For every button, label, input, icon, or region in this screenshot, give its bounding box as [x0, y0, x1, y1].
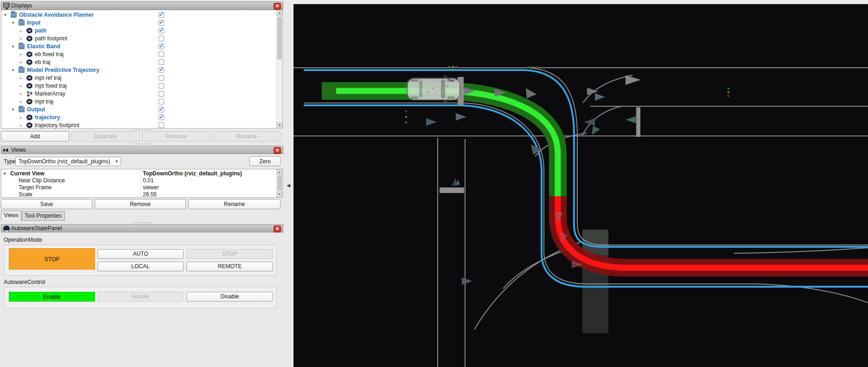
remove-button[interactable]: Remove [142, 131, 210, 142]
scroll-up-icon[interactable]: ▲ [277, 169, 282, 175]
tree-row[interactable]: path footprint [1, 35, 282, 43]
folder-icon [19, 20, 25, 26]
tree-row[interactable]: trajectory footprint [1, 122, 282, 129]
disable-button[interactable]: Disable [186, 292, 273, 302]
display-checkbox[interactable] [159, 99, 164, 104]
splitter-handle[interactable] [132, 143, 152, 145]
view-type-dropdown[interactable]: TopDownOrtho (rviz_default_plugins) [15, 157, 121, 166]
local-button[interactable]: LOCAL [97, 262, 184, 271]
scrollbar-thumb[interactable] [277, 175, 282, 191]
display-checkbox[interactable] [159, 20, 164, 26]
stop-button[interactable]: STOP [186, 249, 273, 259]
tree-row[interactable]: trajectory [1, 114, 282, 122]
chevron-right-icon[interactable] [20, 114, 26, 122]
chevron-down-icon[interactable]: ▾ [4, 170, 6, 177]
chevron-right-icon[interactable] [20, 58, 26, 66]
display-checkbox[interactable] [159, 28, 164, 33]
rename-view-button[interactable]: Rename [188, 199, 281, 209]
display-checkbox[interactable] [159, 44, 164, 49]
property-value: TopDownOrtho (rviz_default_plugins) [143, 170, 242, 177]
chevron-right-icon[interactable] [20, 90, 26, 98]
tree-row[interactable]: Output [1, 106, 282, 114]
tree-scrollbar[interactable]: ▲ ▼ [276, 10, 282, 128]
tree-row[interactable]: mpt ref traj [1, 74, 282, 82]
display-checkbox[interactable] [159, 12, 164, 18]
chevron-right-icon[interactable] [20, 27, 26, 35]
autoware-logo-icon [3, 225, 10, 232]
property-row[interactable]: Near Clip Distance 0.01 [1, 177, 282, 184]
property-row[interactable]: Scale 26.55 [1, 191, 282, 198]
scrollbar-thumb[interactable] [277, 17, 282, 59]
autoware-control-group: Enable Enable Disable [4, 287, 277, 309]
save-view-button[interactable]: Save [1, 199, 92, 209]
zero-button[interactable]: Zero [249, 156, 281, 166]
duplicate-button[interactable]: Duplicate [71, 131, 140, 142]
display-checkbox[interactable] [159, 122, 164, 128]
remove-view-button[interactable]: Remove [95, 199, 186, 209]
chevron-right-icon[interactable] [20, 82, 26, 90]
tree-row[interactable]: MarkerArray [1, 90, 282, 98]
tree-row[interactable]: Elastic Band [1, 43, 282, 51]
tree-row[interactable]: Model Predictive Trajectory [1, 66, 282, 74]
display-checkbox[interactable] [159, 83, 164, 89]
state-panel-titlebar[interactable]: AutowareStatePanel ✕ [1, 224, 283, 232]
close-icon[interactable]: ✕ [274, 3, 281, 10]
display-checkbox[interactable] [159, 115, 164, 120]
tree-item-label: path [35, 27, 46, 35]
property-name: Target Frame [19, 184, 51, 191]
chevron-down-icon[interactable] [4, 11, 10, 19]
rename-button[interactable]: Rename [212, 131, 281, 142]
tab-tool-properties[interactable]: Tool Properties [21, 211, 65, 221]
property-row[interactable]: Target Frame viewer [1, 184, 282, 191]
property-value[interactable]: 0.01 [143, 177, 153, 184]
chevron-down-icon[interactable] [12, 43, 18, 51]
tree-item-label: mpt ref traj [35, 74, 61, 82]
splitter-handle[interactable] [132, 129, 152, 131]
tree-row[interactable]: mpt fixed traj [1, 82, 282, 90]
tree-row[interactable]: mpt traj [1, 98, 282, 106]
property-row[interactable]: ▾ Current View TopDownOrtho (rviz_defaul… [1, 170, 282, 177]
tree-row[interactable]: path [1, 27, 282, 35]
display-checkbox[interactable] [159, 67, 164, 73]
tree-item-label: Output [27, 106, 45, 114]
scroll-up-icon[interactable]: ▲ [277, 10, 282, 16]
chevron-right-icon[interactable] [20, 51, 26, 58]
tree-row[interactable]: Obstacle Avoidance Planner [1, 11, 282, 19]
tree-row[interactable]: Input [1, 19, 282, 27]
tree-row[interactable]: eb fixed traj [1, 51, 282, 58]
add-button[interactable]: Add [1, 131, 69, 142]
displays-panel-title: Displays [11, 2, 32, 9]
chevron-right-icon[interactable] [20, 74, 26, 82]
property-value[interactable]: 26.55 [143, 191, 157, 198]
render-viewport[interactable] [294, 0, 868, 367]
views-panel-titlebar[interactable]: ▶▮ Views ✕ [1, 146, 283, 154]
tree-item-label: eb traj [35, 58, 50, 66]
tree-row[interactable]: eb traj [1, 58, 282, 66]
display-checkbox[interactable] [159, 59, 164, 65]
display-checkbox[interactable] [159, 36, 164, 41]
chevron-right-icon[interactable] [20, 35, 26, 43]
scroll-down-icon[interactable]: ▼ [277, 122, 282, 128]
display-checkbox[interactable] [159, 75, 164, 81]
tab-views[interactable]: Views [1, 211, 21, 221]
close-icon[interactable]: ✕ [274, 225, 281, 232]
scroll-down-icon[interactable]: ▼ [277, 192, 282, 197]
chevron-down-icon[interactable] [12, 66, 18, 74]
property-value[interactable]: viewer [143, 184, 159, 191]
remote-button[interactable]: REMOTE [186, 262, 273, 271]
splitter-handle[interactable] [132, 222, 152, 224]
display-checkbox[interactable] [159, 52, 164, 57]
displays-panel-titlebar[interactable]: Displays ✕ [1, 1, 283, 10]
close-icon[interactable]: ✕ [274, 147, 281, 154]
enable-button[interactable]: Enable [97, 292, 184, 302]
panel-collapse-handle[interactable]: ◀ [284, 181, 293, 190]
chevron-right-icon[interactable] [20, 98, 26, 106]
table-scrollbar[interactable]: ▲ ▼ [276, 169, 282, 197]
chevron-right-icon[interactable] [20, 122, 26, 129]
tree-item-label: eb fixed traj [35, 51, 64, 58]
chevron-down-icon[interactable] [12, 19, 18, 27]
display-checkbox[interactable] [159, 107, 164, 112]
auto-button[interactable]: AUTO [97, 249, 184, 259]
chevron-down-icon[interactable] [12, 106, 18, 114]
display-checkbox[interactable] [159, 91, 164, 97]
